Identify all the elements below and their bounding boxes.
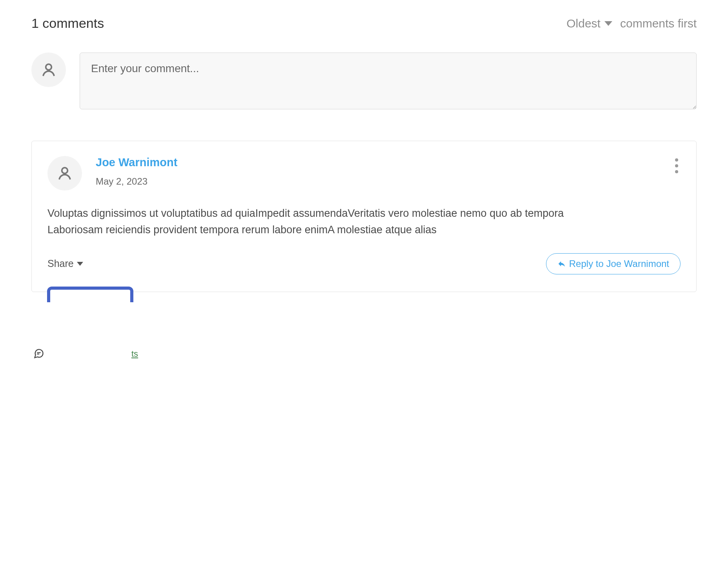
comment-input[interactable] bbox=[80, 53, 697, 109]
share-facebook[interactable]: f Facebook bbox=[57, 298, 121, 302]
sort-dropdown[interactable]: Oldest bbox=[566, 17, 612, 30]
chevron-down-icon bbox=[604, 21, 612, 26]
reply-icon bbox=[557, 260, 566, 268]
comment-body: Voluptas dignissimos ut voluptatibus ad … bbox=[47, 205, 681, 238]
sort-controls: Oldest comments first bbox=[566, 17, 697, 30]
comment-author-avatar bbox=[47, 156, 82, 191]
more-vertical-icon bbox=[675, 158, 678, 162]
reply-button[interactable]: Reply to Joe Warnimont bbox=[546, 253, 681, 274]
comment-meta: Joe Warnimont May 2, 2023 bbox=[96, 156, 177, 187]
comment-card: Joe Warnimont May 2, 2023 Voluptas digni… bbox=[31, 141, 697, 292]
comments-header: 1 comments Oldest comments first bbox=[31, 16, 697, 31]
chevron-down-icon bbox=[77, 262, 83, 266]
comment-input-row bbox=[31, 53, 697, 109]
comment-date: May 2, 2023 bbox=[96, 176, 177, 187]
comment-header: Joe Warnimont May 2, 2023 bbox=[47, 156, 681, 191]
comments-count: 1 comments bbox=[31, 16, 104, 31]
comment-footer: Share Reply to Joe Warnimont bbox=[47, 253, 681, 274]
current-user-avatar bbox=[31, 53, 66, 87]
user-icon bbox=[56, 165, 73, 181]
svg-point-1 bbox=[62, 168, 68, 174]
share-button[interactable]: Share bbox=[47, 258, 83, 269]
comment-body-line: Laboriosam reiciendis provident tempora … bbox=[47, 222, 681, 238]
sort-suffix-label: comments first bbox=[620, 17, 697, 30]
share-label: Share bbox=[47, 258, 74, 269]
comment-body-line: Voluptas dignissimos ut voluptatibus ad … bbox=[47, 205, 681, 222]
svg-point-0 bbox=[46, 64, 52, 70]
comment-author-link[interactable]: Joe Warnimont bbox=[96, 156, 177, 169]
user-icon bbox=[40, 62, 57, 78]
reply-label: Reply to Joe Warnimont bbox=[569, 258, 669, 269]
share-popover: f Facebook Twitter Copy link to comment bbox=[47, 287, 133, 302]
sort-selected-label: Oldest bbox=[566, 17, 601, 30]
more-options-button[interactable] bbox=[673, 156, 681, 176]
